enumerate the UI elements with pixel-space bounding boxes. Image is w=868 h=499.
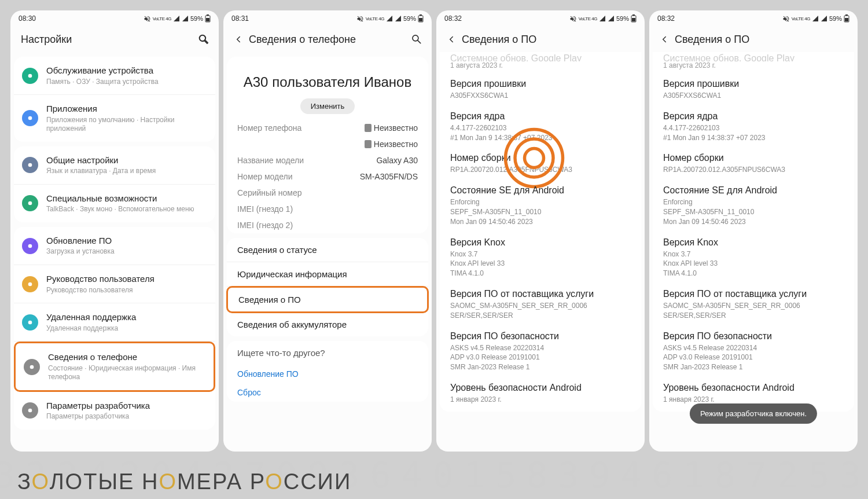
info-item[interactable]: Номер сборкиRP1A.200720.012.A305FNPUS6CW… [653,149,854,182]
info-title: Версия ядра [663,111,844,122]
info-detail: SAOMC_SM-A305FN_SER_SER_RR_0006 SER/SER,… [663,301,844,321]
info-item[interactable]: Версия KnoxKnox 3.7 Knox API level 33 TI… [440,234,641,285]
info-item[interactable]: Состояние SE для AndroidEnforcing SEPF_S… [653,182,854,233]
svg-point-12 [30,365,34,369]
page-header: Сведения о ПО [649,27,858,52]
info-key: IMEI (гнездо 1) [237,204,293,214]
settings-item[interactable]: Руководство пользователяРуководство поль… [14,265,215,303]
svg-point-10 [28,282,32,286]
signal-icon [599,15,606,22]
info-detail: Enforcing SEPF_SM-A305FN_11_0010 Mon Jan… [663,197,844,226]
info-detail: SAOMC_SM-A305FN_SER_SER_RR_0006 SER/SER,… [450,301,631,321]
signal-icon-2 [608,15,615,22]
info-row: IMEI (гнездо 2) [227,217,428,233]
link-item[interactable]: Сведения об аккумуляторе [227,313,428,336]
back-button[interactable] [443,31,459,47]
settings-item[interactable]: Обслуживание устройстваПамять · ОЗУ · За… [14,57,215,95]
brand-watermark: ЗОЛОТЫЕ НОМЕРА РОССИИ [17,469,351,494]
suggestion-link[interactable]: Обновление ПО [227,365,428,383]
info-row: Серийный номер [227,185,428,201]
screenshot-3-software-info: 08:32 VoLTE 4G 59% Сведения о ПО Системн… [436,10,645,452]
settings-item[interactable]: Общие настройкиЯзык и клавиатура · Дата … [14,146,215,185]
edit-button[interactable]: Изменить [300,98,355,114]
page-header: Настройки [10,27,219,52]
info-detail: 4.4.177-22602103 #1 Mon Jan 9 14:38:37 +… [450,123,631,143]
settings-item[interactable]: Параметры разработчикаПараметры разработ… [14,392,215,430]
info-value: Неизвестно [365,123,418,133]
status-icons: VoLTE 4G 59% [356,14,424,23]
info-item[interactable]: Версия прошивкиA305FXXS6CWA1 [440,75,641,108]
link-item[interactable]: Сведения о ПО [228,288,427,311]
info-item[interactable]: Версия ПО от поставщика услугиSAOMC_SM-A… [653,285,854,328]
search-hint: Ищете что-то другое? [227,341,428,365]
partial-item-date: 1 августа 2023 г. [440,61,641,75]
info-detail: RP1A.200720.012.A305FNPUS6CWA3 [663,165,844,175]
battery-text: 59% [829,15,842,22]
svg-rect-2 [206,18,209,21]
search-button[interactable] [409,31,425,47]
info-title: Уровень безопасности Android [450,383,631,393]
clock: 08:32 [444,14,462,23]
svg-rect-15 [420,14,422,16]
suggestion-link[interactable]: Сброс [227,383,428,402]
info-item[interactable]: Версия прошивкиA305FXXS6CWA1 [653,75,854,108]
info-title: Версия ядра [450,111,631,122]
item-title: Специальные возможности [46,193,207,204]
back-button[interactable] [230,31,247,47]
page-title: Сведения о ПО [675,34,851,46]
settings-item[interactable]: ПриложенияПриложения по умолчанию · Наст… [14,95,215,142]
svg-point-11 [28,320,32,324]
settings-item[interactable]: Специальные возможностиTalkBack · Звук м… [14,185,215,222]
info-detail: 1 января 2023 г. [450,395,631,405]
link-item[interactable]: Сведения о статусе [227,238,428,262]
battery-text: 59% [616,15,629,22]
item-title: Руководство пользователя [46,273,207,285]
info-item[interactable]: Состояние SE для AndroidEnforcing SEPF_S… [440,182,641,233]
item-subtitle: TalkBack · Звук моно · Вспомогательное м… [46,205,207,214]
battery-text: 59% [403,15,416,22]
link-item[interactable]: Юридическая информация [227,262,428,287]
info-item[interactable]: Номер сборкиRP1A.200720.012.A305FNPUS6CW… [440,149,641,182]
info-value: Galaxy A30 [376,156,418,165]
status-icons: VoLTE 4G 59% [569,14,637,23]
item-title: Приложения [46,103,207,115]
category-icon [22,402,38,419]
info-item[interactable]: Версия ядра4.4.177-22602103 #1 Mon Jan 9… [653,108,854,150]
battery-icon [418,14,424,23]
info-item[interactable]: Версия ПО от поставщика услугиSAOMC_SM-A… [440,285,641,328]
info-row: IMEI (гнездо 1) [227,201,428,217]
info-item[interactable]: Версия ПО безопасностиASKS v4.5 Release … [653,328,854,379]
info-item[interactable]: Версия ядра4.4.177-22602103 #1 Mon Jan 9… [440,108,641,150]
back-button[interactable] [656,31,672,47]
category-icon [24,359,40,375]
settings-item[interactable]: Сведения о телефонеСостояние · Юридическ… [16,343,214,390]
item-title: Обслуживание устройства [46,65,207,76]
info-row: Номер телефонаНеизвестно [227,120,428,136]
category-icon [22,157,38,173]
info-detail: Knox 3.7 Knox API level 33 TIMA 4.1.0 [450,250,631,278]
svg-line-18 [418,41,421,43]
mute-icon [144,15,151,23]
settings-item[interactable]: Обновление ПОЗагрузка и установка [14,227,215,265]
info-detail: A305FXXS6CWA1 [450,91,631,101]
screenshot-2-about-phone: 08:31 VoLTE 4G 59% Сведения о телефоне A… [223,10,432,452]
info-title: Версия ПО от поставщика услуги [663,289,844,299]
info-item[interactable]: Версия ПО безопасностиASKS v4.5 Release … [440,328,641,379]
category-icon [22,238,38,254]
settings-item[interactable]: Удаленная поддержкаУдаленная поддержка [14,303,215,342]
info-detail: ASKS v4.5 Release 20220314 ADP v3.0 Rele… [450,343,631,372]
page-title: Настройки [21,34,196,46]
info-item[interactable]: Версия KnoxKnox 3.7 Knox API level 33 TI… [653,234,854,285]
svg-rect-16 [419,18,422,21]
item-title: Сведения о телефоне [48,351,205,363]
info-title: Версия ПО безопасности [450,331,631,342]
search-button[interactable] [196,31,212,47]
signal-icon-2 [821,15,827,22]
info-detail: RP1A.200720.012.A305FNPUS6CWA3 [450,165,631,175]
item-subtitle: Руководство пользователя [46,286,207,295]
svg-point-5 [28,74,32,78]
page-title: Сведения о ПО [462,34,638,46]
info-row: Неизвестно [227,136,428,152]
info-item[interactable]: Уровень безопасности Android1 января 202… [440,379,641,412]
battery-icon [631,14,637,23]
